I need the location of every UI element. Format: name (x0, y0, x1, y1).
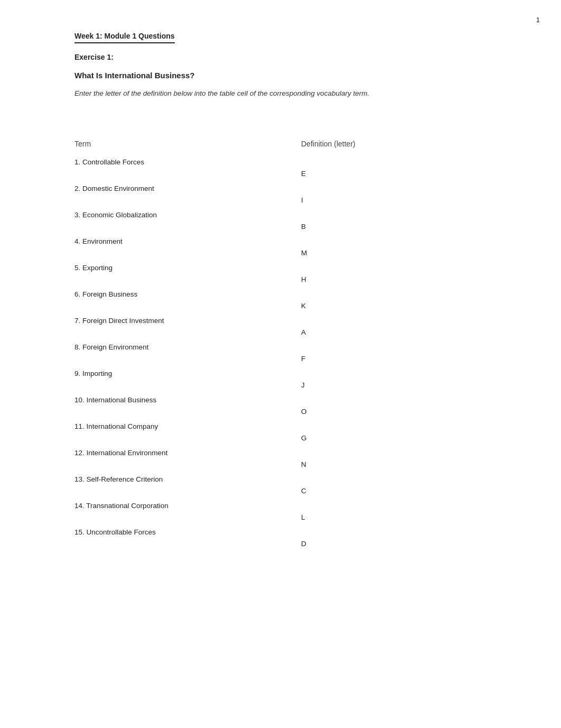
table-row: 3. Economic Globalization (74, 208, 487, 222)
term-cell: 13. Self-Reference Criterion (74, 473, 301, 486)
definition-letter-cell (301, 314, 487, 327)
empty-cell (74, 407, 301, 420)
section-title: What Is International Business? (74, 71, 487, 80)
letter-value: D (301, 539, 487, 552)
letter-value: C (301, 486, 487, 499)
table-row: 1. Controllable Forces (74, 155, 487, 169)
letter-row: G (74, 433, 487, 446)
definition-letter-cell (301, 367, 487, 380)
term-cell: 14. Transnational Corporation (74, 499, 301, 512)
letter-row: D (74, 539, 487, 552)
table-row: 8. Foreign Environment (74, 340, 487, 354)
definition-letter-cell (301, 473, 487, 486)
letter-row: L (74, 512, 487, 526)
empty-cell (74, 433, 301, 446)
definition-column-header: Definition (letter) (301, 140, 487, 155)
empty-cell (74, 301, 301, 314)
empty-cell (74, 486, 301, 499)
empty-cell (74, 539, 301, 552)
page-number: 1 (536, 16, 540, 24)
letter-value: F (301, 354, 487, 367)
empty-cell (74, 169, 301, 182)
table-row: 7. Foreign Direct Investment (74, 314, 487, 327)
letter-row: E (74, 169, 487, 182)
table-row: 11. International Company (74, 420, 487, 433)
table-row: 4. Environment (74, 235, 487, 248)
letter-row: I (74, 195, 487, 208)
term-cell: 3. Economic Globalization (74, 208, 301, 222)
term-cell: 15. Uncontrollable Forces (74, 526, 301, 539)
term-cell: 2. Domestic Environment (74, 182, 301, 195)
letter-value: O (301, 407, 487, 420)
letter-value: L (301, 512, 487, 526)
definition-letter-cell (301, 526, 487, 539)
empty-cell (74, 512, 301, 526)
empty-cell (74, 274, 301, 288)
empty-cell (74, 248, 301, 261)
definition-letter-cell (301, 393, 487, 407)
exercise-title: Exercise 1: (74, 53, 487, 61)
instructions: Enter the letter of the definition below… (74, 89, 487, 97)
term-cell: 10. International Business (74, 393, 301, 407)
letter-row: C (74, 486, 487, 499)
letter-row: J (74, 380, 487, 393)
table-row: 6. Foreign Business (74, 288, 487, 301)
empty-cell (74, 459, 301, 473)
empty-cell (74, 222, 301, 235)
definition-letter-cell (301, 340, 487, 354)
definition-letter-cell (301, 261, 487, 274)
letter-row: M (74, 248, 487, 261)
definition-letter-cell (301, 499, 487, 512)
table-row: 14. Transnational Corporation (74, 499, 487, 512)
letter-row: O (74, 407, 487, 420)
table-row: 12. International Environment (74, 446, 487, 459)
vocab-table: Term Definition (letter) 1. Controllable… (74, 140, 487, 552)
term-cell: 8. Foreign Environment (74, 340, 301, 354)
empty-cell (74, 195, 301, 208)
definition-letter-cell (301, 235, 487, 248)
letter-row: A (74, 327, 487, 340)
term-column-header: Term (74, 140, 301, 155)
letter-row: F (74, 354, 487, 367)
letter-row: B (74, 222, 487, 235)
term-cell: 4. Environment (74, 235, 301, 248)
table-row: 13. Self-Reference Criterion (74, 473, 487, 486)
empty-cell (74, 327, 301, 340)
table-row: 10. International Business (74, 393, 487, 407)
letter-value: H (301, 274, 487, 288)
definition-letter-cell (301, 182, 487, 195)
empty-cell (74, 380, 301, 393)
letter-value: G (301, 433, 487, 446)
letter-value: B (301, 222, 487, 235)
letter-value: M (301, 248, 487, 261)
letter-value: A (301, 327, 487, 340)
table-header-row: Term Definition (letter) (74, 140, 487, 155)
definition-letter-cell (301, 208, 487, 222)
term-cell: 12. International Environment (74, 446, 301, 459)
table-row: 9. Importing (74, 367, 487, 380)
letter-value: E (301, 169, 487, 182)
letter-row: K (74, 301, 487, 314)
letter-row: H (74, 274, 487, 288)
empty-cell (74, 354, 301, 367)
table-row: 5. Exporting (74, 261, 487, 274)
term-cell: 6. Foreign Business (74, 288, 301, 301)
definition-letter-cell (301, 155, 487, 169)
table-row: 2. Domestic Environment (74, 182, 487, 195)
term-cell: 5. Exporting (74, 261, 301, 274)
definition-letter-cell (301, 446, 487, 459)
definition-letter-cell (301, 420, 487, 433)
term-cell: 1. Controllable Forces (74, 155, 301, 169)
week-title: Week 1: Module 1 Questions (74, 32, 175, 43)
term-cell: 11. International Company (74, 420, 301, 433)
letter-value: K (301, 301, 487, 314)
letter-value: N (301, 459, 487, 473)
term-cell: 9. Importing (74, 367, 301, 380)
definition-letter-cell (301, 288, 487, 301)
letter-row: N (74, 459, 487, 473)
letter-value: J (301, 380, 487, 393)
term-cell: 7. Foreign Direct Investment (74, 314, 301, 327)
table-row: 15. Uncontrollable Forces (74, 526, 487, 539)
letter-value: I (301, 195, 487, 208)
